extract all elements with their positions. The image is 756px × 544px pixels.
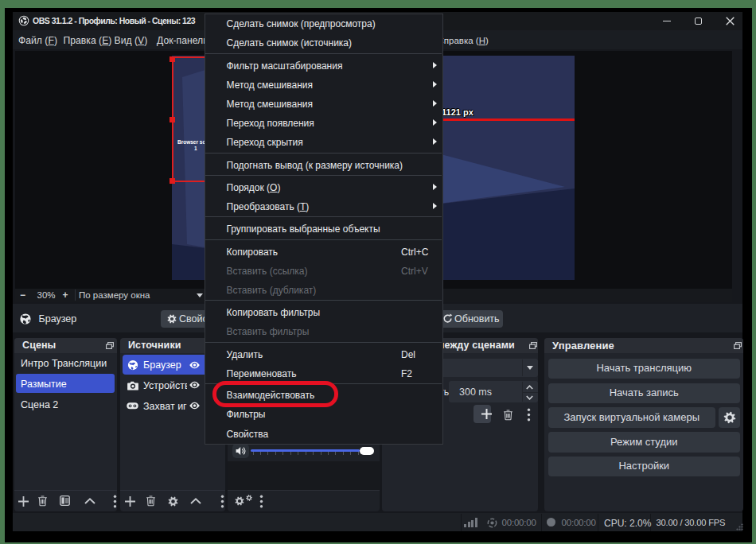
svg-text:1: 1 xyxy=(194,146,197,151)
